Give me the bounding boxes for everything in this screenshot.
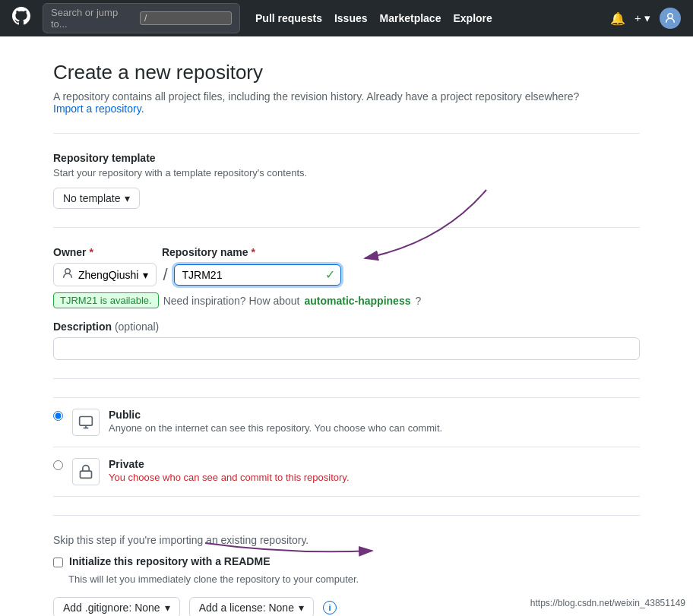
availability-row: TJRM21 is available. Need inspiration? H… [53,292,640,308]
repo-name-input[interactable] [174,264,341,286]
import-link[interactable]: Import a repository. [53,103,144,115]
owner-value: ZhengQiushi [78,269,138,281]
template-section-subtitle: Start your repository with a template re… [53,167,640,178]
slash-separator: / [163,265,167,285]
private-option[interactable]: Private You choose who can see and commi… [53,447,640,497]
readme-label: Initialize this repository with a README [69,555,270,567]
issues-link[interactable]: Issues [334,12,368,24]
explore-link[interactable]: Explore [453,12,492,24]
description-input[interactable] [53,337,640,360]
template-button-label: No template [63,192,120,204]
repo-name-wrapper: ✓ [174,264,341,286]
page-subtitle: A repository contains all project files,… [53,90,640,115]
description-label: Description (optional) [53,321,640,333]
private-icon [72,458,100,485]
template-dropdown-button[interactable]: No template ▾ [53,188,140,209]
search-bar[interactable]: Search or jump to... / [43,3,240,33]
search-placeholder: Search or jump to... [51,7,134,30]
inspiration-text: Need inspiration? How about [163,295,300,307]
owner-required-star: * [89,246,93,258]
gitignore-arrow: ▾ [165,602,170,614]
github-logo-icon[interactable] [12,7,30,30]
template-section-title: Repository template [53,152,640,164]
skip-note: Skip this step if you're importing an ex… [53,534,640,546]
private-desc: You choose who can see and commit to thi… [109,472,640,483]
owner-dropdown-arrow: ▾ [143,269,148,281]
public-name: Public [109,409,640,421]
readme-checkbox[interactable] [53,558,63,567]
public-option[interactable]: Public Anyone on the internet can see th… [53,397,640,447]
slash-shortcut: / [140,11,232,25]
suggestion-link[interactable]: automatic-happiness [304,295,410,307]
visibility-options: Public Anyone on the internet can see th… [53,397,640,497]
nav-links: Pull requests Issues Marketplace Explore [255,12,492,24]
svg-rect-3 [81,471,92,478]
svg-rect-0 [80,417,93,426]
pull-requests-link[interactable]: Pull requests [255,12,322,24]
availability-badge: TJRM21 is available. [53,292,159,308]
info-icon[interactable]: i [323,601,337,614]
optional-text: (optional) [115,321,159,333]
main-content: Create a new repository A repository con… [35,36,658,616]
question-mark: ? [415,295,421,307]
private-info: Private You choose who can see and commi… [109,458,640,483]
plus-menu-icon[interactable]: + ▾ [634,11,650,25]
repo-name-label: Repository name * [162,246,255,258]
avatar[interactable] [660,8,681,29]
navbar-icons: 🔔 + ▾ [610,8,681,29]
public-desc: Anyone on the internet can see this repo… [109,422,640,434]
readme-desc: This will let you immediately clone the … [68,573,640,585]
template-dropdown-arrow: ▾ [125,192,130,204]
license-dropdown[interactable]: Add a license: None ▾ [189,597,314,616]
public-radio[interactable] [53,411,63,421]
gitignore-label: Add .gitignore: None [63,602,160,614]
owner-dropdown[interactable]: ZhengQiushi ▾ [53,263,157,286]
notification-icon[interactable]: 🔔 [610,11,625,26]
owner-label: Owner * [53,246,93,258]
watermark: https://blog.csdn.net/weixin_43851149 [530,598,685,608]
public-icon [72,409,100,436]
marketplace-link[interactable]: Marketplace [380,12,441,24]
repo-required-star: * [251,246,255,258]
owner-repo-row: ZhengQiushi ▾ / ✓ [53,263,640,286]
license-label: Add a license: None [199,602,294,614]
readme-checkbox-row: Initialize this repository with a README [53,555,640,567]
owner-avatar-icon [62,267,74,282]
license-arrow: ▾ [299,602,304,614]
gitignore-dropdown[interactable]: Add .gitignore: None ▾ [53,597,180,616]
private-name: Private [109,458,640,470]
public-info: Public Anyone on the internet can see th… [109,409,640,434]
private-radio[interactable] [53,460,63,470]
template-section: Repository template Start your repositor… [53,152,640,209]
description-section: Description (optional) [53,321,640,360]
page-title: Create a new repository [53,61,640,84]
navbar: Search or jump to... / Pull requests Iss… [0,0,693,36]
owner-repo-section: Owner * Repository name * ZhengQiushi ▾ … [53,246,640,308]
check-icon: ✓ [325,267,335,282]
